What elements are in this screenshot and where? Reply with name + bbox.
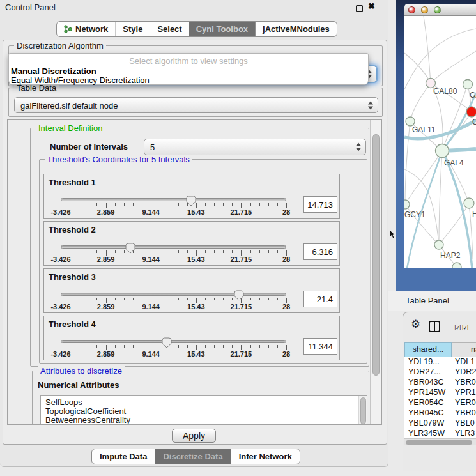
slider-thumb[interactable] [125,243,135,254]
network-node[interactable] [434,240,443,249]
main-scrollbar[interactable] [370,120,381,424]
network-edge[interactable] [410,83,431,121]
table-row[interactable]: YBR045CYBR0 [404,408,476,418]
list-item[interactable]: TopologicalCoefficient [41,407,367,416]
tab-jactivemnodules[interactable]: jActiveMNodules [255,22,337,36]
network-canvas-svg: GAL80GACGAL11GAL4GCY1HHAP2 [404,16,476,268]
table-panel-title: Table Panel [406,296,449,305]
threshold-panel: Threshold 3-3.4262.8599.14415.4321.71528… [43,268,340,313]
table-data-combo[interactable]: galFiltered.sif default node [14,97,378,113]
gear-icon[interactable]: ⚙ [411,318,420,331]
table-row[interactable]: YDR27...YDR2 [404,367,476,378]
slider-track[interactable] [61,340,286,343]
list-item[interactable]: SelfLoops [41,396,367,407]
apply-button[interactable]: Apply [172,429,216,443]
threshold-label: Threshold 4 [49,319,96,329]
minimize-traffic-light[interactable] [421,6,428,13]
group-title: Attributes to discretize [38,366,125,376]
node-table: shared... na YDL19...YDL1YDR27...YDR2YBR… [404,342,476,440]
table-horizontal-scrollbar[interactable] [404,438,476,445]
tab-discretize-data[interactable]: Discretize Data [155,449,230,464]
threshold-value-field[interactable]: 21.4 [303,291,337,307]
network-node[interactable] [464,198,474,208]
table-panel-titlebar: Table Panel [388,291,476,311]
slider-thumb[interactable] [234,290,244,301]
slider-thumb[interactable] [162,337,172,348]
slider-track[interactable] [61,245,286,249]
threshold-panel: Threshold 4-3.4262.8599.14415.4321.71528… [43,316,340,360]
threshold-value-field[interactable]: 14.713 [303,196,337,213]
tick-label: -3.426 [50,208,70,216]
tick-label: -3.426 [50,303,70,311]
network-window-titlebar[interactable] [404,4,476,16]
network-edge[interactable] [405,151,442,204]
table-row[interactable]: YDL19...YDL1 [404,357,476,367]
group-title: Discretization Algorithm [14,41,106,50]
zoom-traffic-light[interactable] [434,6,441,13]
list-item[interactable]: BetweennessCentrality [41,416,367,425]
network-node[interactable] [436,144,449,158]
threshold-value-field[interactable]: 11.344 [303,338,337,355]
network-edge[interactable] [439,203,469,245]
table-header: shared... na [404,342,476,357]
tab-select[interactable]: Select [150,22,188,36]
network-node[interactable] [466,107,476,117]
tick-label: 2.859 [97,350,115,358]
column-header-shared-name[interactable]: shared... [404,342,452,357]
dropdown-prompt[interactable]: Select algorithm to view settings [9,56,368,66]
tab-label: Style [123,22,142,36]
columns-icon[interactable] [429,321,440,332]
tab-impute-data[interactable]: Impute Data [92,449,155,464]
tick-label: 21.715 [231,350,252,358]
dropdown-item-manual-discretization[interactable]: Manual Discretization [11,66,96,76]
combo-arrows-icon [368,101,373,109]
threshold-label: Threshold 1 [49,178,96,187]
table-row[interactable]: YPR145WYPR1 [404,388,476,398]
network-node[interactable] [404,200,410,209]
network-node[interactable] [463,80,473,89]
tab-style[interactable]: Style [115,22,150,36]
list-scrollbar[interactable] [358,396,367,425]
threshold-value-field[interactable]: 6.316 [303,243,337,260]
tick-label: 28 [282,256,290,263]
mouse-cursor [390,230,396,239]
network-node[interactable] [452,263,461,268]
close-traffic-light[interactable] [408,6,415,13]
table-row[interactable]: YBR043CYBR0 [404,378,476,388]
column-header-name[interactable]: na [452,342,476,357]
number-of-intervals-combo[interactable]: 5 [144,139,366,155]
main-scrollbar-thumb[interactable] [372,134,380,376]
close-icon[interactable]: ✖ [368,1,375,11]
table-row[interactable]: YBL079WYBL0 [404,418,476,429]
float-window-icon[interactable] [356,5,363,12]
network-edge[interactable] [404,169,439,245]
tick-label: 9.144 [142,256,160,263]
table-row[interactable]: YLR345WYLR3 [404,429,476,439]
network-edge[interactable] [404,53,431,83]
table-hscrollbar-thumb[interactable] [406,440,472,445]
list-scrollbar-thumb[interactable] [360,397,366,424]
network-node[interactable] [406,117,415,126]
tick-label: 15.43 [187,208,205,216]
network-canvas[interactable]: GAL80GACGAL11GAL4GCY1HHAP2 [404,16,476,268]
slider-tick-labels: -3.4262.8599.14415.4321.71528 [61,256,286,263]
node-label: GA [470,91,476,100]
tab-network[interactable]: Network [57,22,115,36]
slider-track[interactable] [61,198,286,201]
numerical-attributes-list[interactable]: SelfLoops TopologicalCoefficient Between… [40,395,367,425]
tab-infer-network[interactable]: Infer Network [231,449,300,464]
table-row[interactable]: YER054CYER0 [404,398,476,408]
network-edge[interactable] [439,151,442,245]
algorithm-dropdown-popup: Select algorithm to view settings Manual… [8,53,369,85]
panel-title: Control Panel [5,3,56,12]
network-edge[interactable] [431,51,476,83]
network-edge-highlighted[interactable] [407,151,442,268]
network-edge[interactable] [405,121,410,204]
slider-thumb[interactable] [186,196,196,206]
tab-cyni-toolbox[interactable]: Cyni Toolbox [189,22,255,36]
dropdown-item-equal-width-frequency[interactable]: Equal Width/Frequency Discretization [11,75,150,85]
screen: Control Panel ✖ Network Style Select Cyn… [0,0,476,476]
select-columns-icon[interactable]: ☑☑ [454,323,470,332]
slider-track[interactable] [61,293,286,296]
combo-value: 5 [150,142,155,152]
